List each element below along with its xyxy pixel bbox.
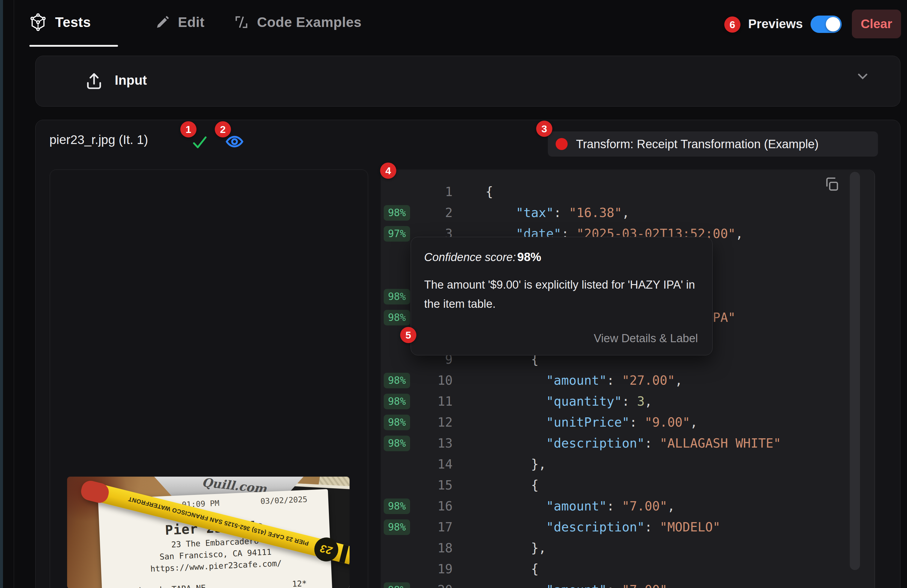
line-number: 14 (413, 454, 453, 475)
line-number: 15 (413, 475, 453, 496)
clear-button[interactable]: Clear (852, 10, 901, 38)
code-text: "amount": "7.00", (486, 496, 675, 517)
receipt-date: 03/02/2025 (260, 495, 308, 506)
code-line: 98%11 "quantity": 3, (381, 391, 875, 412)
code-line: 98%17 "description": "MODELO" (381, 517, 875, 538)
code-text: "amount": "7.00", (486, 580, 675, 588)
tab-code-examples-label: Code Examples (257, 14, 362, 30)
transform-label: Transform: Receipt Transformation (Examp… (576, 137, 819, 151)
eye-icon[interactable] (225, 134, 244, 149)
line-number: 19 (413, 559, 453, 580)
receipt-photo[interactable]: Quill.com 42 01:09 PM 03/02/2025 Pier 23… (67, 477, 349, 588)
line-number: 1 (413, 181, 453, 202)
clear-button-label: Clear (861, 17, 892, 31)
toggle-knob (826, 17, 840, 32)
confidence-badge[interactable]: 98% (384, 415, 410, 430)
transform-status-dot-icon (556, 138, 567, 150)
confidence-badge[interactable]: 97% (384, 226, 410, 241)
chevron-down-icon[interactable] (855, 68, 870, 84)
pen-band (339, 545, 349, 564)
annotation-badge-5: 5 (400, 327, 417, 343)
test-result-card: pier23_r.jpg (It. 1) Transform: Receipt … (35, 120, 901, 588)
confidence-badge[interactable]: 98% (384, 289, 410, 305)
copy-icon[interactable] (824, 176, 843, 195)
confidence-badge[interactable]: 98% (384, 582, 410, 588)
confidence-badge[interactable]: 98% (384, 394, 410, 409)
tab-code-examples[interactable]: Code Examples (234, 11, 362, 33)
line-number: 20 (413, 580, 453, 588)
check-icon (191, 136, 208, 149)
confidence-badge[interactable]: 98% (384, 205, 410, 220)
annotation-badge-3: 3 (536, 121, 552, 137)
code-text: "description": "ALLAGASH WHITE" (486, 433, 781, 454)
tests-icon (29, 13, 47, 32)
code-line: 98%13 "description": "ALLAGASH WHITE" (381, 433, 875, 454)
tab-tests-label: Tests (55, 14, 91, 30)
pencil-icon (155, 15, 170, 30)
tooltip-body: The amount '$9.00' is explicitly listed … (424, 275, 703, 313)
app-root: { "tabs": { "tests": "Tests", "edit": "E… (0, 0, 907, 588)
tab-tests[interactable]: Tests (29, 11, 91, 33)
tooltip-title: Confidence score: (424, 251, 516, 264)
code-text: }, (486, 538, 546, 559)
code-line: 1{ (381, 181, 875, 202)
view-details-link[interactable]: View Details & Label (594, 332, 698, 345)
code-examples-icon (234, 14, 249, 30)
input-section-header[interactable]: Input (35, 56, 901, 107)
code-text: { (486, 559, 538, 580)
tab-edit-label: Edit (178, 14, 205, 30)
confidence-badge[interactable]: 98% (384, 499, 410, 514)
line-number: 10 (413, 370, 453, 391)
annotation-badge-4: 4 (380, 163, 396, 179)
line-number: 18 (413, 538, 453, 559)
tab-edit[interactable]: Edit (155, 11, 205, 33)
annotation-badge-6: 6 (724, 16, 740, 33)
receipt-assigned: Assigned: TARA NE. (123, 583, 211, 588)
code-line: 18 }, (381, 538, 875, 559)
input-image-panel: Quill.com 42 01:09 PM 03/02/2025 Pier 23… (50, 169, 368, 588)
code-text: { (486, 475, 538, 496)
code-line: 98%12 "unitPrice": "9.00", (381, 412, 875, 433)
code-text: "description": "MODELO" (486, 517, 720, 538)
line-number: 11 (413, 391, 453, 412)
confidence-tooltip: Confidence score: 98% The amount '$9.00'… (411, 237, 713, 355)
confidence-badge[interactable]: 98% (384, 373, 410, 388)
code-line: 19 { (381, 559, 875, 580)
confidence-badge[interactable]: 98% (384, 436, 410, 451)
line-number: 17 (413, 517, 453, 538)
receipt-table-number: 12* (292, 579, 307, 588)
vertical-scrollbar[interactable] (850, 172, 860, 570)
active-tab-underline (29, 45, 118, 47)
code-text: "tax": "16.38", (486, 202, 629, 223)
previews-label: Previews (748, 17, 803, 31)
line-number: 12 (413, 412, 453, 433)
code-line: 98%2 "tax": "16.38", (381, 202, 875, 223)
code-line: 15 { (381, 475, 875, 496)
annotation-badge-1: 1 (180, 121, 197, 137)
json-output-editor[interactable]: 1{98%2 "tax": "16.38",97%3 "date": "2025… (381, 169, 875, 588)
code-text: "amount": "27.00", (486, 370, 683, 391)
annotation-badge-2: 2 (215, 121, 231, 137)
code-text: { (486, 181, 493, 202)
code-text: "quantity": 3, (486, 391, 652, 412)
code-text: "unitPrice": "9.00", (486, 412, 698, 433)
line-number: 13 (413, 433, 453, 454)
previews-toggle[interactable] (811, 16, 842, 33)
pen-band-thin (349, 547, 349, 565)
line-number: 16 (413, 496, 453, 517)
transform-chip[interactable]: Transform: Receipt Transformation (Examp… (548, 131, 878, 157)
code-line: 98%16 "amount": "7.00", (381, 496, 875, 517)
tooltip-score: 98% (517, 250, 541, 264)
code-line: 14 }, (381, 454, 875, 475)
code-line: 98%10 "amount": "27.00", (381, 370, 875, 391)
upload-icon (84, 70, 104, 91)
confidence-badge[interactable]: 98% (384, 310, 410, 326)
window-edge-strip (0, 0, 3, 588)
file-name-label: pier23_r.jpg (It. 1) (50, 133, 148, 147)
confidence-badge[interactable]: 98% (384, 519, 410, 535)
input-section-label: Input (115, 73, 147, 88)
line-number: 2 (413, 202, 453, 223)
code-line: 98%20 "amount": "7.00", (381, 580, 875, 588)
app-left-border (14, 0, 14, 588)
code-text: }, (486, 454, 546, 475)
